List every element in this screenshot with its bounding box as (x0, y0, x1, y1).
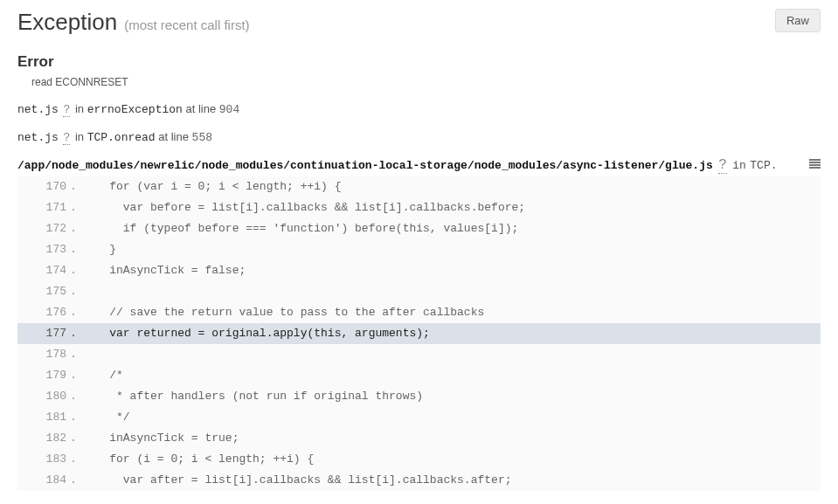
line-source: */ (82, 407, 821, 428)
svg-rect-3 (809, 167, 821, 169)
code-line: 173. } (17, 239, 821, 260)
line-source: var before = list[i].callbacks && list[i… (82, 197, 821, 218)
frame-join-in: in (75, 102, 84, 115)
line-number: 173 (17, 239, 70, 260)
stack-frame-expanded[interactable]: /app/node_modules/newrelic/node_modules/… (17, 156, 821, 173)
frame-join-in: in (75, 130, 84, 143)
line-number: 183 (17, 449, 70, 470)
frame-file: net.js (17, 131, 59, 144)
line-source: // save the return value to pass to the … (82, 302, 821, 323)
frame-function: TCP. (750, 159, 777, 172)
frame-function: TCP.onread (87, 131, 156, 144)
line-dot: . (70, 176, 82, 197)
line-dot: . (70, 407, 82, 428)
code-line: 179. /* (17, 365, 821, 386)
line-source (82, 281, 821, 302)
code-line-highlighted: 177. var returned = original.apply(this,… (17, 323, 821, 344)
line-source: inAsyncTick = true; (82, 428, 821, 449)
code-line: 172. if (typeof before === 'function') b… (17, 218, 821, 239)
line-dot: . (70, 344, 82, 365)
line-number: 174 (17, 260, 70, 281)
frame-file: /app/node_modules/newrelic/node_modules/… (17, 159, 713, 172)
line-source: } (82, 239, 821, 260)
line-dot: . (70, 428, 82, 449)
line-number: 176 (17, 302, 70, 323)
frame-join-at: at line (158, 130, 189, 143)
page-title: Exception (17, 9, 117, 36)
stack-frames: net.js ? in errnoException at line 904ne… (17, 100, 821, 491)
line-dot: . (70, 260, 82, 281)
line-number: 180 (17, 386, 70, 407)
error-heading: Error (17, 53, 821, 71)
stack-frame[interactable]: net.js ? in errnoException at line 904 (17, 100, 821, 120)
stack-frame[interactable]: net.js ? in TCP.onread at line 558 (17, 128, 821, 148)
code-line: 184. var after = list[i].callbacks && li… (17, 470, 821, 491)
svg-rect-1 (809, 162, 821, 163)
error-message: read ECONNRESET (31, 76, 821, 88)
line-source: * after handlers (not run if original th… (82, 386, 821, 407)
code-context: 170. for (var i = 0; i < length; ++i) {1… (17, 176, 821, 492)
line-dot: . (70, 302, 82, 323)
svg-rect-2 (809, 164, 821, 166)
help-icon[interactable]: ? (718, 157, 727, 174)
code-line: 171. var before = list[i].callbacks && l… (17, 197, 821, 218)
line-dot: . (70, 281, 82, 302)
line-number: 178 (17, 344, 70, 365)
line-source: var returned = original.apply(this, argu… (82, 323, 821, 344)
title-wrap: Exception (most recent call first) (17, 9, 250, 36)
code-line: 181. */ (17, 407, 821, 428)
code-line: 175. (17, 281, 821, 302)
svg-rect-0 (809, 159, 821, 161)
frame-line-number: 904 (219, 103, 239, 116)
code-line: 174. inAsyncTick = false; (17, 260, 821, 281)
frame-join-at: at line (185, 102, 216, 115)
line-number: 181 (17, 407, 70, 428)
line-number: 184 (17, 470, 70, 491)
exception-header: Exception (most recent call first) Raw (17, 9, 821, 36)
line-dot: . (70, 239, 82, 260)
frame-function: errnoException (87, 103, 183, 116)
line-source: for (i = 0; i < length; ++i) { (82, 449, 821, 470)
line-source (82, 344, 821, 365)
line-number: 182 (17, 428, 70, 449)
code-line: 170. for (var i = 0; i < length; ++i) { (17, 176, 821, 197)
frame-file: net.js (17, 103, 59, 116)
line-dot: . (70, 365, 82, 386)
code-line: 176. // save the return value to pass to… (17, 302, 821, 323)
help-icon[interactable]: ? (63, 103, 70, 117)
line-number: 177 (17, 323, 70, 344)
line-number: 179 (17, 365, 70, 386)
line-number: 170 (17, 176, 70, 197)
frame-join-in: in (732, 159, 746, 172)
context-toggle-icon[interactable] (809, 156, 821, 172)
line-dot: . (70, 470, 82, 491)
line-source: /* (82, 365, 821, 386)
frame-line-number: 558 (192, 131, 212, 144)
line-dot: . (70, 218, 82, 239)
line-number: 175 (17, 281, 70, 302)
code-line: 178. (17, 344, 821, 365)
line-dot: . (70, 323, 82, 344)
line-source: if (typeof before === 'function') before… (82, 218, 821, 239)
line-number: 172 (17, 218, 70, 239)
page-subtitle: (most recent call first) (124, 17, 249, 32)
line-dot: . (70, 197, 82, 218)
help-icon[interactable]: ? (63, 131, 70, 145)
line-source: var after = list[i].callbacks && list[i]… (82, 470, 821, 491)
code-line: 182. inAsyncTick = true; (17, 428, 821, 449)
code-line: 180. * after handlers (not run if origin… (17, 386, 821, 407)
line-dot: . (70, 386, 82, 407)
line-source: for (var i = 0; i < length; ++i) { (82, 176, 821, 197)
code-line: 183. for (i = 0; i < length; ++i) { (17, 449, 821, 470)
raw-button[interactable]: Raw (775, 9, 821, 32)
line-number: 171 (17, 197, 70, 218)
line-dot: . (70, 449, 82, 470)
line-source: inAsyncTick = false; (82, 260, 821, 281)
